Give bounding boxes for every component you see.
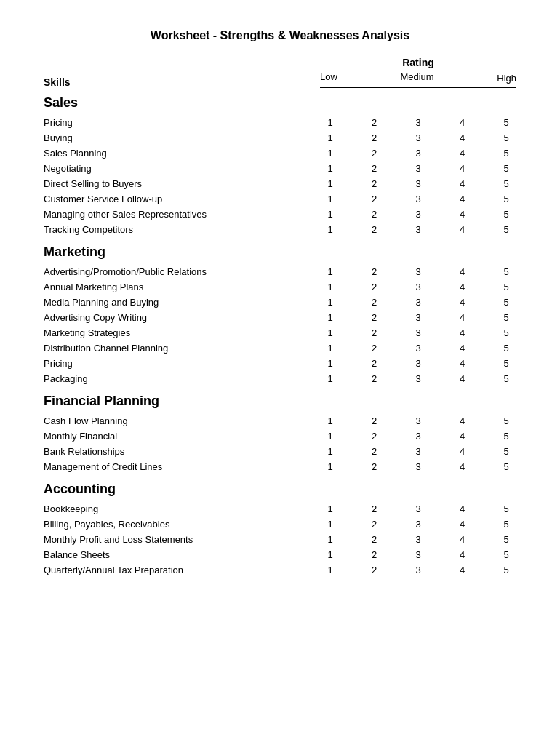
table-row: Negotiating12345 xyxy=(44,161,516,176)
rating-cell: 5 xyxy=(496,194,516,204)
rating-cell: 5 xyxy=(496,534,516,545)
rating-cell: 3 xyxy=(408,163,428,174)
rating-cell: 4 xyxy=(452,132,473,143)
table-row: Balance Sheets12345 xyxy=(44,547,516,562)
skill-name-cell: Advertising Copy Writing xyxy=(44,312,320,323)
skill-name-cell: Monthly Profit and Loss Statements xyxy=(44,534,320,545)
rating-cell: 5 xyxy=(496,565,516,575)
rating-cell: 5 xyxy=(496,431,516,442)
table-row: Distribution Channel Planning12345 xyxy=(44,340,516,356)
skill-name-cell: Bank Relationships xyxy=(44,446,320,457)
rating-cell: 1 xyxy=(320,282,340,292)
rating-cell: 2 xyxy=(364,312,385,323)
ratings-cells: 12345 xyxy=(320,343,516,354)
rating-cell: 4 xyxy=(452,178,473,189)
rating-cell: 3 xyxy=(408,117,428,128)
rating-cell: 1 xyxy=(320,224,340,235)
rating-cell: 5 xyxy=(496,312,516,323)
ratings-cells: 12345 xyxy=(320,132,516,143)
rating-cell: 3 xyxy=(408,224,428,235)
rating-cell: 1 xyxy=(320,446,340,457)
rating-cell: 1 xyxy=(320,373,340,384)
rating-cell: 5 xyxy=(496,148,516,159)
table-row: Pricing12345 xyxy=(44,356,516,371)
rating-cell: 5 xyxy=(496,297,516,308)
rating-cell: 5 xyxy=(496,358,516,369)
rating-cell: 4 xyxy=(452,358,473,369)
rating-cell: 1 xyxy=(320,503,340,514)
skill-name-cell: Advertising/Promotion/Public Relations xyxy=(44,266,320,277)
ratings-cells: 12345 xyxy=(320,446,516,457)
ratings-cells: 12345 xyxy=(320,415,516,426)
rating-cell: 4 xyxy=(452,534,473,545)
rating-cell: 4 xyxy=(452,117,473,128)
rating-cell: 1 xyxy=(320,312,340,323)
ratings-cells: 12345 xyxy=(320,194,516,204)
rating-cell: 1 xyxy=(320,461,340,472)
ratings-cells: 12345 xyxy=(320,565,516,575)
rating-cell: 1 xyxy=(320,549,340,560)
rating-cell: 4 xyxy=(452,503,473,514)
rating-cell: 2 xyxy=(364,415,385,426)
rating-cell: 3 xyxy=(408,266,428,277)
table-row: Pricing12345 xyxy=(44,115,516,130)
ratings-cells: 12345 xyxy=(320,327,516,338)
ratings-cells: 12345 xyxy=(320,266,516,277)
rating-header: Rating Low Medium High xyxy=(320,57,516,88)
rating-cell: 5 xyxy=(496,178,516,189)
rating-cell: 4 xyxy=(452,431,473,442)
rating-cell: 4 xyxy=(452,209,473,220)
section-title-accounting: Accounting xyxy=(44,482,516,497)
rating-cell: 3 xyxy=(408,194,428,204)
skill-name-cell: Billing, Payables, Receivables xyxy=(44,519,320,530)
ratings-cells: 12345 xyxy=(320,282,516,292)
table-row: Managing other Sales Representatives1234… xyxy=(44,207,516,222)
rating-cell: 5 xyxy=(496,266,516,277)
rating-cell: 3 xyxy=(408,565,428,575)
rating-cell: 1 xyxy=(320,194,340,204)
ratings-cells: 12345 xyxy=(320,503,516,514)
ratings-cells: 12345 xyxy=(320,461,516,472)
rating-cell: 2 xyxy=(364,549,385,560)
table-row: Sales Planning12345 xyxy=(44,146,516,161)
rating-cell: 3 xyxy=(408,209,428,220)
table-row: Customer Service Follow-up12345 xyxy=(44,191,516,207)
rating-cell: 2 xyxy=(364,224,385,235)
rating-cell: 5 xyxy=(496,446,516,457)
rating-cell: 2 xyxy=(364,148,385,159)
table-row: Advertising/Promotion/Public Relations12… xyxy=(44,264,516,279)
rating-cell: 2 xyxy=(364,503,385,514)
rating-cell: 4 xyxy=(452,343,473,354)
skill-name-cell: Buying xyxy=(44,132,320,143)
rating-cell: 4 xyxy=(452,327,473,338)
skill-name-cell: Media Planning and Buying xyxy=(44,297,320,308)
table-row: Monthly Profit and Loss Statements12345 xyxy=(44,532,516,547)
rating-cell: 4 xyxy=(452,148,473,159)
rating-cell: 1 xyxy=(320,534,340,545)
rating-cell: 5 xyxy=(496,373,516,384)
skill-name-cell: Cash Flow Planning xyxy=(44,415,320,426)
skill-name-cell: Negotiating xyxy=(44,163,320,174)
rating-cell: 1 xyxy=(320,297,340,308)
rating-cell: 3 xyxy=(408,373,428,384)
rating-cell: 2 xyxy=(364,178,385,189)
rating-cell: 1 xyxy=(320,519,340,530)
rating-cell: 3 xyxy=(408,327,428,338)
rating-cell: 2 xyxy=(364,132,385,143)
rating-cell: 2 xyxy=(364,373,385,384)
rating-cell: 3 xyxy=(408,312,428,323)
rating-cell: 1 xyxy=(320,431,340,442)
rating-cell: 4 xyxy=(452,224,473,235)
rating-cell: 4 xyxy=(452,266,473,277)
skill-name-cell: Pricing xyxy=(44,358,320,369)
ratings-cells: 12345 xyxy=(320,549,516,560)
table-row: Management of Credit Lines12345 xyxy=(44,459,516,474)
rating-cell: 5 xyxy=(496,461,516,472)
rating-cell: 2 xyxy=(364,194,385,204)
rating-cell: 5 xyxy=(496,549,516,560)
skill-name-cell: Management of Credit Lines xyxy=(44,461,320,472)
rating-cell: 1 xyxy=(320,415,340,426)
rating-cell: 5 xyxy=(496,415,516,426)
rating-cell: 2 xyxy=(364,209,385,220)
ratings-cells: 12345 xyxy=(320,224,516,235)
